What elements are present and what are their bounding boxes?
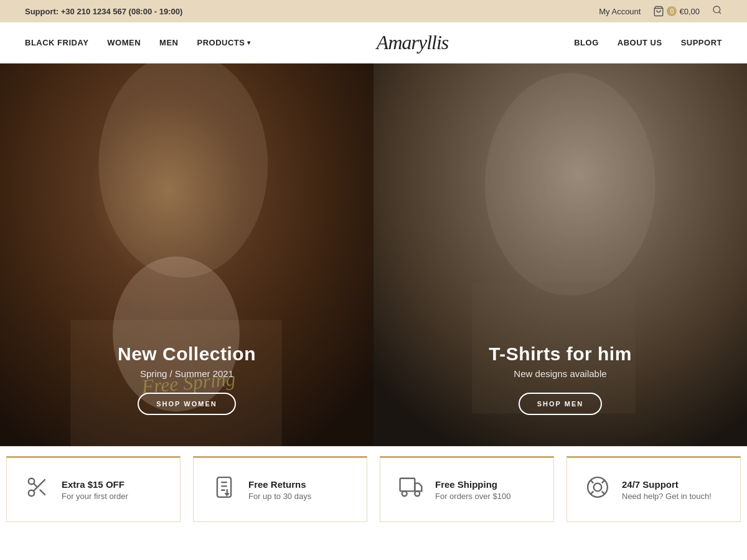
feature-shipping-text: Free Shipping For orders over $100 [435, 479, 510, 501]
hero-left-content: New Collection Spring / Summer 2021 SHOP… [118, 343, 256, 415]
nav-men[interactable]: MEN [159, 38, 178, 47]
logo[interactable]: Amaryllis [377, 31, 448, 54]
shipping-icon [399, 475, 424, 504]
feature-shipping-subtitle: For orders over $100 [435, 492, 510, 501]
svg-line-22 [591, 480, 593, 483]
main-nav: BLACK FRIDAY WOMEN MEN PRODUCTS ▾ Amaryl… [0, 22, 747, 63]
nav-black-friday[interactable]: BLACK FRIDAY [25, 38, 88, 47]
feature-returns: Free Returns For up to 30 days [193, 456, 367, 522]
hero-right-title: T-Shirts for him [489, 343, 632, 365]
hero-right-content: T-Shirts for him New designs available S… [489, 343, 632, 415]
feature-support: 24/7 Support Need help? Get in touch! [566, 456, 741, 522]
svg-line-25 [602, 480, 604, 483]
svg-rect-17 [400, 478, 415, 492]
svg-point-9 [485, 73, 655, 296]
feature-discount-title: Extra $15 OFF [62, 479, 128, 490]
svg-line-23 [602, 492, 604, 494]
hero-left-title: New Collection [118, 343, 256, 365]
nav-women[interactable]: WOMEN [107, 38, 141, 47]
feature-returns-text: Free Returns For up to 30 days [248, 479, 311, 501]
hero-right-panel: T-Shirts for him New designs available S… [374, 63, 747, 446]
cart-badge: 0 [667, 6, 677, 16]
nav-left: BLACK FRIDAY WOMEN MEN PRODUCTS ▾ [25, 38, 251, 47]
hero-right-subtitle: New designs available [489, 368, 632, 379]
nav-right: BLOG ABOUT US SUPPORT [574, 38, 722, 47]
nav-blog[interactable]: BLOG [574, 38, 599, 47]
svg-point-12 [29, 490, 35, 497]
svg-point-19 [415, 491, 420, 496]
chevron-down-icon: ▾ [247, 39, 251, 46]
feature-support-text: 24/7 Support Need help? Get in touch! [622, 479, 712, 501]
svg-point-1 [713, 6, 720, 13]
nav-products[interactable]: PRODUCTS ▾ [197, 38, 250, 47]
feature-shipping-title: Free Shipping [435, 479, 510, 490]
nav-support[interactable]: SUPPORT [681, 38, 722, 47]
feature-support-subtitle: Need help? Get in touch! [622, 492, 712, 501]
svg-point-21 [594, 483, 602, 492]
search-icon[interactable] [712, 5, 722, 17]
feature-returns-title: Free Returns [248, 479, 311, 490]
svg-line-15 [34, 483, 37, 487]
support-label: Support: [25, 7, 59, 16]
shop-women-button[interactable]: SHOP WOMEN [138, 393, 235, 415]
feature-discount: Extra $15 OFF For your first order [6, 456, 181, 522]
feature-discount-subtitle: For your first order [62, 492, 128, 501]
top-bar: Support: +30 210 1234 567 (08:00 - 19:00… [0, 0, 747, 22]
feature-returns-subtitle: For up to 30 days [248, 492, 311, 501]
feature-discount-text: Extra $15 OFF For your first order [62, 479, 128, 501]
nav-about-us[interactable]: ABOUT US [618, 38, 662, 47]
feature-support-title: 24/7 Support [622, 479, 712, 490]
cart-icon [653, 6, 664, 17]
features-section: Extra $15 OFF For your first order Free … [0, 446, 747, 531]
scissors-icon [26, 475, 50, 504]
returns-icon [212, 475, 237, 504]
top-bar-right: My Account 0 €0,00 [599, 5, 722, 17]
cart-wrap[interactable]: 0 €0,00 [653, 6, 700, 17]
feature-shipping: Free Shipping For orders over $100 [380, 456, 554, 522]
hero-section: Free Spring New Collection Spring / Summ… [0, 63, 747, 446]
support-info: Support: +30 210 1234 567 (08:00 - 19:00… [25, 7, 182, 16]
shop-men-button[interactable]: SHOP MEN [519, 393, 602, 415]
svg-point-18 [402, 491, 407, 496]
hero-left-subtitle: Spring / Summer 2021 [118, 368, 256, 379]
my-account-link[interactable]: My Account [599, 7, 641, 16]
support-phone: +30 210 1234 567 (08:00 - 19:00) [61, 7, 183, 16]
cart-price: €0,00 [679, 7, 700, 16]
svg-line-14 [40, 490, 45, 495]
support-icon [586, 475, 611, 504]
svg-point-11 [29, 478, 35, 485]
svg-line-24 [591, 492, 593, 494]
hero-left-panel: Free Spring New Collection Spring / Summ… [0, 63, 374, 446]
svg-line-2 [719, 12, 721, 14]
